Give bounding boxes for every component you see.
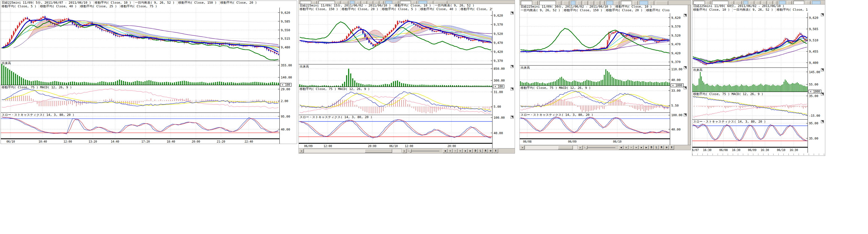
toolbar-partial-control[interactable] — [712, 1, 728, 4]
toolbar-partial-control[interactable] — [539, 1, 556, 5]
scrollbar-thumb[interactable] — [558, 146, 573, 149]
toolbar-partial-control[interactable] — [756, 1, 761, 4]
price-canvas[interactable] — [520, 13, 670, 65]
chart-control-button-7[interactable]: L — [478, 149, 483, 153]
toolbar-partial-control[interactable] — [557, 1, 561, 5]
macd-canvas[interactable] — [299, 87, 492, 115]
chart-control-button-8[interactable]: R — [483, 149, 488, 153]
toolbar-partial-control[interactable] — [615, 1, 619, 5]
chart-control-button-9[interactable]: ⊕ — [488, 149, 493, 153]
pane-resize-handle-icon[interactable] — [684, 14, 687, 17]
chart-control-button-1[interactable]: ＋ — [624, 145, 628, 150]
scroll-left-button[interactable]: ◄ — [299, 149, 304, 153]
toolbar-partial-control[interactable] — [412, 1, 417, 4]
toolbar-partial-control[interactable] — [779, 1, 786, 4]
chart-control-button-4[interactable]: ▪ — [463, 149, 468, 153]
toolbar-partial-control[interactable] — [583, 1, 588, 5]
toolbar-partial-control[interactable] — [812, 1, 820, 4]
toolbar-partial-control[interactable] — [706, 1, 710, 4]
toolbar-partial-control[interactable] — [435, 1, 447, 4]
toolbar-partial-control[interactable] — [571, 1, 576, 5]
scroll-left-button[interactable]: ◄ — [520, 145, 525, 150]
chart-control-button-6[interactable]: D — [649, 145, 654, 150]
toolbar-partial-control[interactable] — [602, 1, 604, 5]
pane-resize-handle-icon[interactable] — [510, 116, 514, 119]
toolbar-partial-control[interactable] — [794, 1, 804, 4]
toolbar-partial-control[interactable] — [300, 1, 311, 4]
toolbar-partial-control[interactable] — [768, 1, 773, 4]
h-scrollbar[interactable] — [304, 149, 402, 153]
zoom-slider-thumb[interactable] — [586, 146, 587, 149]
chart-control-button-6[interactable]: D — [473, 149, 478, 153]
chart-control-button-9[interactable]: ⊕ — [664, 145, 669, 150]
chart-control-button-7[interactable]: L — [654, 145, 659, 150]
toolbar-partial-control[interactable] — [313, 1, 317, 4]
toolbar-partial-control[interactable] — [375, 1, 379, 4]
pane-resize-handle-icon[interactable] — [821, 120, 824, 123]
toolbar-partial-control[interactable] — [577, 1, 582, 5]
chart-control-button-10[interactable]: X — [669, 145, 674, 150]
zoom-slider[interactable] — [584, 147, 615, 148]
chart-control-button-0[interactable]: ◀ — [619, 145, 623, 150]
toolbar-partial-control[interactable] — [356, 1, 361, 4]
toolbar-partial-control[interactable] — [318, 1, 335, 4]
volume-canvas[interactable] — [299, 64, 492, 87]
toolbar-partial-control[interactable] — [429, 1, 433, 4]
chart-control-button-5[interactable]: ▶ — [468, 149, 473, 153]
toolbar-partial-control[interactable] — [774, 1, 777, 4]
vertical-scrollbar[interactable] — [688, 5, 691, 150]
volume-canvas[interactable] — [692, 68, 808, 92]
toolbar-partial-control[interactable] — [563, 1, 569, 5]
toolbar-partial-control[interactable] — [621, 1, 631, 5]
zoom-slider-thumb[interactable] — [409, 149, 411, 152]
toolbar-partial-control[interactable] — [693, 1, 705, 4]
toolbar-partial-control[interactable] — [521, 1, 532, 5]
volume-canvas[interactable] — [1, 61, 279, 85]
toolbar-partial-control[interactable] — [350, 1, 354, 4]
pane-resize-handle-icon[interactable] — [684, 113, 687, 116]
toolbar-partial-control[interactable] — [736, 1, 742, 4]
toolbar-partial-control[interactable] — [750, 1, 754, 4]
toolbar-partial-control[interactable] — [596, 1, 600, 5]
pane-resize-handle-icon[interactable] — [684, 86, 687, 89]
scroll-right-button[interactable]: ► — [578, 145, 583, 150]
chart-control-button-4[interactable]: ▪ — [639, 145, 644, 150]
toolbar-partial-control[interactable] — [787, 1, 792, 4]
toolbar-partial-control[interactable] — [337, 1, 340, 4]
price-canvas[interactable] — [299, 11, 492, 64]
toolbar-partial-control[interactable] — [743, 1, 748, 4]
chart-control-button-10[interactable]: X — [493, 149, 498, 153]
toolbar-partial-control[interactable] — [650, 1, 654, 5]
chart-control-button-2[interactable]: － — [453, 149, 458, 153]
toolbar-partial-control[interactable] — [640, 1, 648, 5]
price-canvas[interactable] — [1, 8, 279, 61]
pane-resize-handle-icon[interactable] — [510, 11, 514, 14]
volume-canvas[interactable] — [520, 65, 670, 86]
toolbar-partial-control[interactable] — [806, 1, 810, 4]
toolbar-partial-control[interactable] — [385, 1, 392, 4]
chart-control-button-3[interactable]: ↔ — [458, 149, 463, 153]
scroll-right-button[interactable]: ► — [402, 149, 407, 153]
toolbar-partial-control[interactable] — [606, 1, 613, 5]
toolbar-partial-control[interactable] — [418, 1, 427, 4]
pane-resize-handle-icon[interactable] — [684, 66, 687, 69]
chart-control-button-2[interactable]: － — [629, 145, 633, 150]
price-canvas[interactable] — [692, 13, 808, 68]
toolbar-partial-control[interactable] — [400, 1, 411, 4]
toolbar-partial-control[interactable] — [730, 1, 734, 4]
toolbar-partial-control[interactable] — [589, 1, 594, 5]
zoom-slider[interactable] — [408, 151, 439, 151]
toolbar-partial-control[interactable] — [342, 1, 348, 4]
stoch-canvas[interactable] — [299, 115, 492, 143]
pane-resize-handle-icon[interactable] — [510, 65, 514, 68]
toolbar-partial-control[interactable] — [369, 1, 373, 4]
chart-control-button-0[interactable]: ◀ — [443, 149, 447, 153]
toolbar-partial-control[interactable] — [381, 1, 384, 4]
toolbar-partial-control[interactable] — [362, 1, 367, 4]
toolbar-partial-control[interactable] — [656, 1, 668, 5]
chart-control-button-3[interactable]: ↔ — [634, 145, 639, 150]
pane-resize-handle-icon[interactable] — [821, 68, 824, 71]
pane-resize-handle-icon[interactable] — [510, 87, 514, 91]
toolbar-partial-control[interactable] — [394, 1, 398, 4]
chart-control-button-5[interactable]: ▶ — [644, 145, 649, 150]
